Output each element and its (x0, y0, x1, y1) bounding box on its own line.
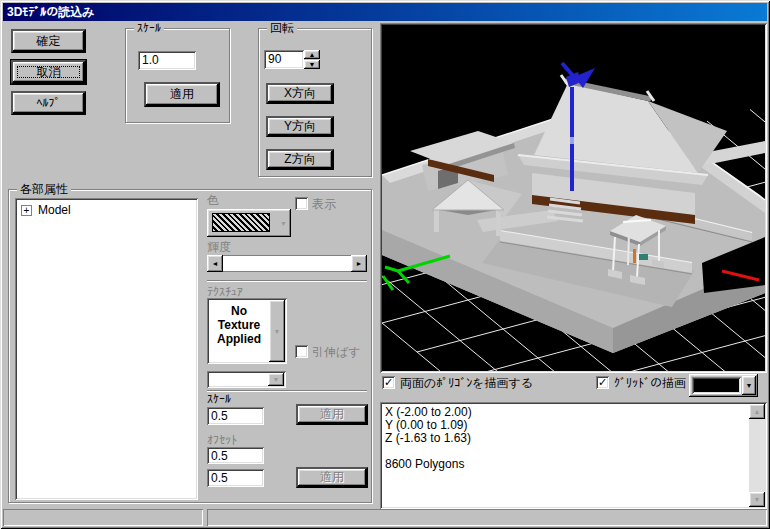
show-checkbox-label: 表示 (312, 198, 336, 211)
both-sides-checkbox-label: 両面のﾎﾟﾘｺﾞﾝを描画する (400, 377, 533, 390)
show-checkbox[interactable] (295, 197, 308, 210)
scroll-right-icon: ► (356, 260, 363, 267)
grid-color-dropdown-arrow-icon: ▼ (746, 382, 753, 389)
texture-file-dropdown-button[interactable]: ▼ (268, 373, 284, 386)
rotate-z-button[interactable]: Z方向 (266, 149, 334, 170)
focus-rect (17, 66, 80, 78)
info-scrollbar[interactable]: ▲ ▼ (749, 404, 765, 507)
rotation-angle-spinner[interactable]: ▲ ▼ (304, 50, 320, 69)
scroll-down-icon: ▼ (754, 496, 761, 503)
stretch-checkbox[interactable] (295, 345, 308, 358)
window-title: 3Dﾓﾃﾞﾙの読込み (7, 4, 95, 21)
texture-scale-apply-button[interactable]: 適用 (296, 404, 368, 425)
texture-dropdown-button[interactable]: ▼ (269, 300, 285, 362)
tree-expand-icon[interactable]: + (21, 205, 32, 216)
rotation-group-label: 回転 (267, 21, 297, 35)
scale-group-label: ｽｹｰﾙ (134, 21, 164, 35)
texture-scale-input[interactable]: 0.5 (207, 407, 264, 425)
model-tree[interactable]: + Model (15, 198, 198, 500)
title-bar[interactable]: 3Dﾓﾃﾞﾙの読込み (3, 3, 767, 21)
info-scroll-up-button[interactable]: ▲ (749, 404, 765, 419)
offset-apply-button[interactable]: 適用 (296, 467, 368, 488)
section-divider (207, 280, 367, 282)
texture-combobox[interactable]: No Texture Applied ▼ (207, 298, 287, 364)
texture-value: No Texture Applied (210, 304, 268, 346)
grid-color-combobox[interactable]: ▼ (689, 374, 758, 397)
scroll-left-icon: ◄ (212, 260, 219, 267)
color-dropdown-arrow-icon: ▼ (280, 220, 287, 227)
draw-grid-checkbox-label: ｸﾞﾘｯﾄﾞの描画 (614, 377, 686, 390)
tree-item-model[interactable]: + Model (21, 204, 71, 217)
spinner-up-button[interactable]: ▲ (304, 50, 320, 59)
rotation-group: 回転 90 ▲ ▼ X方向 Y方向 Z方向 (258, 28, 372, 177)
rotate-y-button[interactable]: Y方向 (266, 116, 334, 137)
both-sides-checkbox[interactable]: ✓ (382, 376, 395, 389)
offset-input-2[interactable]: 0.5 (207, 469, 264, 487)
spinner-down-icon: ▼ (309, 61, 316, 68)
stretch-checkbox-label: 引伸ばす (312, 346, 361, 359)
load-3d-model-dialog: 3Dﾓﾃﾞﾙの読込み 確定 取消 ﾍﾙﾌﾟ ｽｹｰﾙ 1.0 適用 回転 90 … (0, 0, 770, 529)
status-bar-left (3, 509, 203, 526)
spinner-up-icon: ▲ (309, 51, 316, 58)
info-line-z: Z (-1.63 to 1.63) (385, 432, 745, 445)
texture-dropdown-arrow-icon: ▼ (274, 328, 281, 335)
check-icon: ✓ (384, 376, 393, 389)
texture-file-combobox[interactable]: ▼ (207, 371, 286, 388)
temple-model-scene (382, 25, 765, 371)
info-line-polygons: 8600 Polygons (385, 458, 745, 471)
info-scroll-down-button[interactable]: ▼ (749, 492, 765, 507)
scale-input[interactable]: 1.0 (138, 51, 196, 70)
brightness-scrollbar[interactable]: ◄ ► (207, 255, 367, 272)
cancel-button[interactable]: 取消 (11, 60, 86, 84)
grid-color-swatch (692, 377, 741, 394)
texture-scale-label: ｽｹｰﾙ (207, 393, 231, 406)
scrollbar-right-button[interactable]: ► (351, 255, 367, 272)
offset-label: ｵﾌｾｯﾄ (207, 434, 237, 447)
help-button[interactable]: ﾍﾙﾌﾟ (11, 91, 86, 115)
rotation-angle-input[interactable]: 90 (264, 50, 304, 69)
status-bar-right (207, 509, 767, 526)
scale-apply-button[interactable]: 適用 (144, 82, 220, 107)
scroll-up-icon: ▲ (754, 408, 761, 415)
model-info-panel[interactable]: X (-2.00 to 2.00) Y (0.00 to 1.09) Z (-1… (380, 402, 767, 509)
confirm-button[interactable]: 確定 (11, 29, 86, 53)
check-icon: ✓ (598, 376, 607, 389)
color-label: 色 (207, 194, 219, 207)
scale-group: ｽｹｰﾙ 1.0 適用 (125, 28, 230, 123)
color-combobox[interactable]: ▼ (207, 209, 291, 237)
viewport-3d[interactable] (380, 23, 767, 373)
tree-item-label: Model (38, 204, 71, 217)
grid-color-dropdown-button[interactable]: ▼ (742, 376, 756, 395)
rotate-x-button[interactable]: X方向 (266, 83, 334, 104)
brightness-label: 輝度 (207, 241, 231, 254)
texture-file-dropdown-arrow-icon: ▼ (273, 376, 280, 383)
part-attributes-group: 各部属性 + Model 色 ▼ 表示 輝度 ◄ ► ﾃｸｽﾁｭｱ No Tex… (8, 189, 372, 503)
color-swatch (212, 213, 270, 232)
section-divider-2 (207, 390, 367, 392)
part-attributes-group-label: 各部属性 (17, 182, 71, 196)
draw-grid-checkbox[interactable]: ✓ (596, 376, 609, 389)
scrollbar-left-button[interactable]: ◄ (207, 255, 223, 272)
spinner-down-button[interactable]: ▼ (304, 60, 320, 69)
offset-input-1[interactable]: 0.5 (207, 447, 264, 464)
